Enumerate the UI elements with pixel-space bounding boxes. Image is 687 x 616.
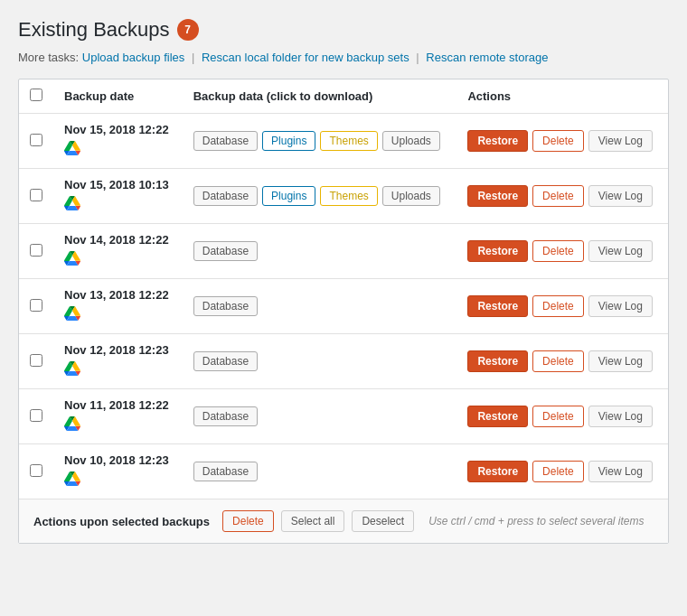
data-btn-database[interactable]: Database — [193, 186, 258, 206]
data-btn-database[interactable]: Database — [193, 351, 258, 371]
backup-data-cell: DatabasePluginsThemesUploads — [183, 114, 457, 169]
actions-cell: RestoreDeleteView Log — [456, 279, 668, 334]
drive-icon — [64, 360, 172, 379]
row-checkbox-cell — [19, 389, 53, 444]
drive-icon — [64, 250, 172, 269]
table-row: Nov 13, 2018 12:22 DatabaseRestoreDelete… — [19, 279, 668, 334]
header-backup-date: Backup date — [53, 79, 183, 114]
backup-date-cell: Nov 11, 2018 12:22 — [53, 389, 183, 444]
action-restore-button[interactable]: Restore — [467, 295, 528, 317]
action-view-log-button[interactable]: View Log — [588, 185, 653, 207]
rescan-remote-link[interactable]: Rescan remote storage — [426, 51, 548, 64]
action-view-log-button[interactable]: View Log — [588, 295, 653, 317]
action-delete-button[interactable]: Delete — [532, 295, 584, 317]
backups-table-wrap: Backup date Backup data (click to downlo… — [18, 79, 669, 544]
data-btn-database[interactable]: Database — [193, 296, 258, 316]
backup-date: Nov 14, 2018 12:22 — [64, 233, 172, 247]
action-delete-button[interactable]: Delete — [532, 240, 584, 262]
action-restore-button[interactable]: Restore — [467, 461, 528, 482]
footer-bar: Actions upon selected backups Delete Sel… — [19, 499, 668, 543]
footer-delete-button[interactable]: Delete — [222, 510, 274, 532]
action-restore-button[interactable]: Restore — [467, 130, 528, 152]
footer-select-all-button[interactable]: Select all — [281, 510, 345, 532]
action-restore-button[interactable]: Restore — [467, 185, 528, 207]
footer-deselect-button[interactable]: Deselect — [352, 510, 414, 532]
backup-date-cell: Nov 12, 2018 12:23 — [53, 334, 183, 389]
action-view-log-button[interactable]: View Log — [588, 461, 653, 482]
backup-date: Nov 15, 2018 12:22 — [64, 123, 172, 136]
actions-cell: RestoreDeleteView Log — [456, 114, 668, 169]
backup-date-cell: Nov 15, 2018 12:22 — [53, 114, 183, 169]
row-checkbox-1[interactable] — [30, 134, 42, 146]
select-all-header-checkbox[interactable] — [30, 89, 42, 101]
row-checkbox-4[interactable] — [30, 299, 42, 312]
actions-cell: RestoreDeleteView Log — [456, 334, 668, 389]
row-checkbox-3[interactable] — [30, 244, 42, 257]
drive-icon — [64, 471, 172, 490]
data-btn-uploads[interactable]: Uploads — [382, 131, 440, 151]
data-btn-database[interactable]: Database — [193, 406, 258, 426]
backup-data-cell: Database — [183, 389, 457, 444]
row-checkbox-cell — [19, 169, 53, 224]
action-view-log-button[interactable]: View Log — [588, 240, 653, 262]
data-btn-themes[interactable]: Themes — [320, 131, 377, 151]
action-delete-button[interactable]: Delete — [532, 350, 584, 372]
header-actions: Actions — [456, 79, 668, 114]
action-delete-button[interactable]: Delete — [532, 461, 584, 482]
backup-date-cell: Nov 14, 2018 12:22 — [53, 224, 183, 279]
backup-date: Nov 13, 2018 12:22 — [64, 288, 172, 302]
page-title: Existing Backups — [18, 18, 170, 42]
rescan-local-link[interactable]: Rescan local folder for new backup sets — [202, 51, 409, 64]
backup-date: Nov 15, 2018 10:13 — [64, 178, 172, 191]
table-row: Nov 12, 2018 12:23 DatabaseRestoreDelete… — [19, 334, 668, 389]
data-btn-database[interactable]: Database — [193, 131, 258, 151]
table-row: Nov 11, 2018 12:22 DatabaseRestoreDelete… — [19, 389, 668, 444]
upload-link[interactable]: Upload backup files — [82, 51, 184, 64]
action-restore-button[interactable]: Restore — [467, 240, 528, 262]
action-view-log-button[interactable]: View Log — [588, 406, 653, 427]
backup-date: Nov 11, 2018 12:22 — [64, 398, 172, 412]
action-restore-button[interactable]: Restore — [467, 406, 528, 427]
backup-count-badge: 7 — [177, 19, 199, 41]
table-row: Nov 15, 2018 12:22 DatabasePluginsThemes… — [19, 114, 668, 169]
action-view-log-button[interactable]: View Log — [588, 350, 653, 372]
actions-cell: RestoreDeleteView Log — [456, 169, 668, 224]
row-checkbox-5[interactable] — [30, 354, 42, 367]
data-btn-plugins[interactable]: Plugins — [262, 131, 315, 151]
row-checkbox-2[interactable] — [30, 189, 42, 201]
backup-data-cell: Database — [183, 279, 457, 334]
data-btn-themes[interactable]: Themes — [320, 186, 377, 206]
data-btn-database[interactable]: Database — [193, 462, 258, 481]
backup-data-cell: Database — [183, 224, 457, 279]
footer-actions-label: Actions upon selected backups — [33, 515, 210, 528]
page-header: Existing Backups 7 — [18, 18, 669, 42]
drive-icon — [64, 195, 172, 214]
row-checkbox-7[interactable] — [30, 464, 42, 477]
table-row: Nov 15, 2018 10:13 DatabasePluginsThemes… — [19, 169, 668, 224]
sep-1: | — [192, 51, 194, 64]
action-delete-button[interactable]: Delete — [532, 185, 584, 207]
backup-date-cell: Nov 15, 2018 10:13 — [53, 169, 183, 224]
backup-data-cell: Database — [183, 444, 457, 499]
action-delete-button[interactable]: Delete — [532, 130, 584, 152]
data-btn-uploads[interactable]: Uploads — [382, 186, 440, 206]
sep-2: | — [416, 51, 419, 64]
backup-data-cell: Database — [183, 334, 457, 389]
actions-cell: RestoreDeleteView Log — [456, 224, 668, 279]
action-delete-button[interactable]: Delete — [532, 406, 584, 427]
backup-date-cell: Nov 13, 2018 12:22 — [53, 279, 183, 334]
action-view-log-button[interactable]: View Log — [588, 130, 653, 152]
header-checkbox-cell — [19, 79, 53, 114]
drive-icon — [64, 140, 172, 159]
row-checkbox-cell — [19, 444, 53, 499]
action-restore-button[interactable]: Restore — [467, 350, 528, 372]
table-row: Nov 14, 2018 12:22 DatabaseRestoreDelete… — [19, 224, 668, 279]
actions-cell: RestoreDeleteView Log — [456, 389, 668, 444]
row-checkbox-cell — [19, 334, 53, 389]
row-checkbox-6[interactable] — [30, 409, 42, 422]
row-checkbox-cell — [19, 114, 53, 169]
data-btn-plugins[interactable]: Plugins — [262, 186, 315, 206]
table-row: Nov 10, 2018 12:23 DatabaseRestoreDelete… — [19, 444, 668, 499]
data-btn-database[interactable]: Database — [193, 241, 258, 261]
row-checkbox-cell — [19, 224, 53, 279]
